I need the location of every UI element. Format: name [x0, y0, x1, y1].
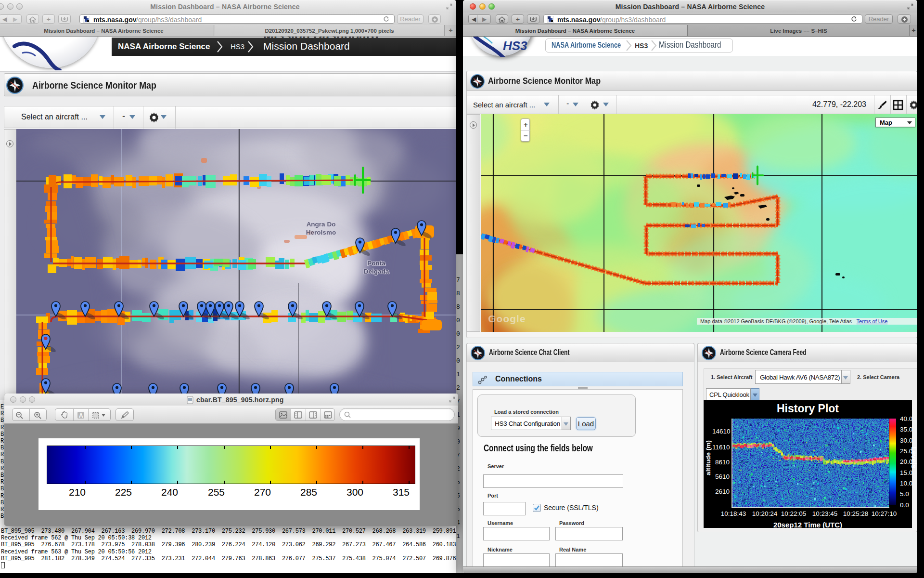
- svg-text:HS3: HS3: [503, 39, 527, 53]
- svg-text:A: A: [79, 412, 83, 419]
- svg-text:Ponta: Ponta: [367, 260, 385, 267]
- svg-text:Delgada: Delgada: [364, 268, 389, 275]
- svg-text:Map data ©2012 GeoBasis-DE/BKG: Map data ©2012 GeoBasis-DE/BKG (©2009), …: [700, 318, 887, 324]
- svg-text:Angra Do: Angra Do: [307, 221, 336, 228]
- svg-text:Google: Google: [488, 313, 526, 324]
- svg-text:Heroismo: Heroismo: [306, 229, 336, 236]
